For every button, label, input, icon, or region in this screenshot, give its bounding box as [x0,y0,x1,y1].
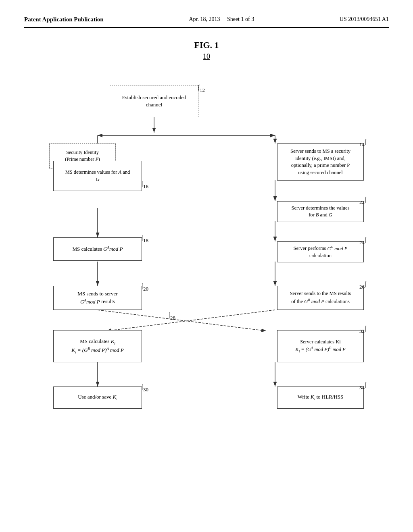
fig-ref-text: 10 [203,52,210,60]
flow-diagram: Establish secured and encodedchannel 12 … [41,73,372,456]
arc-30: ⌠ [141,384,144,390]
header-center: Apr. 18, 2013 Sheet 1 of 3 [189,16,254,23]
node-24-label: Server performs GB mod Pcalculation [294,244,348,259]
arc-14: ⌠ [364,139,367,145]
arc-12: ⌠ [197,84,200,91]
node-26: Server sends to the MS resultsof the GB … [277,286,364,310]
node-32-label: Server calculates KiKi = (GA mod P)B mod… [295,339,345,354]
svg-line-12 [106,310,275,331]
ms-determines-label: MS determines values for A andG [65,169,130,183]
publication-label: Patent Application Publication [24,16,104,23]
node-12: Establish secured and encodedchannel [110,85,198,117]
fig-ref-num: 10 [203,52,210,61]
node-30-label: Use and/or save Ki [78,393,117,401]
arc-24: ⌠ [364,237,367,243]
node-18-label: MS calculates GAmod P [72,245,123,253]
diagram-area: FIG. 1 10 [24,40,389,456]
node-22-label: Server determines the valuesfor B and G [291,205,349,219]
arc-18: ⌠ [141,235,144,241]
arc-28: ⌠ [168,312,171,318]
node-30: Use and/or save Ki [53,387,142,409]
node-34: Write Ki to HLR/HSS [277,387,364,409]
sheet-label: Sheet 1 of 3 [227,16,254,22]
node-24: Server performs GB mod Pcalculation [277,241,364,262]
header-divider [24,27,389,28]
arc-16: ⌠ [141,181,144,187]
node-14-label: Server sends to MS a securityidentity (e… [290,148,350,176]
node-22: Server determines the valuesfor B and G [277,201,364,222]
node-28: MS calculates KiKi = (GB mod P)A mod P [53,330,142,362]
arc-22: ⌠ [364,196,367,203]
header: Patent Application Publication Apr. 18, … [24,16,389,23]
node-28-label: MS calculates KiKi = (GB mod P)A mod P [71,338,123,355]
header-right: US 2013/0094651 A1 [340,16,389,23]
header-left: Patent Application Publication [24,16,104,23]
page: Patent Application Publication Apr. 18, … [0,0,413,532]
arc-26: ⌠ [364,281,367,287]
arc-34: ⌠ [364,382,367,388]
patent-num-label: US 2013/0094651 A1 [340,16,389,22]
fig-title: FIG. 1 [194,40,219,50]
node-34-label: Write Ki to HLR/HSS [298,393,344,401]
svg-line-11 [98,310,266,331]
node-32: Server calculates KiKi = (GA mod P)B mod… [277,330,364,362]
date-label: Apr. 18, 2013 [189,16,220,22]
node-ms-determines: MS determines values for A andG [53,161,142,191]
arc-32: ⌠ [364,325,367,332]
node-14: Server sends to MS a securityidentity (e… [277,143,364,181]
node-20-label: MS sends to serverGAmod P results [77,290,117,305]
node-12-label: Establish secured and encodedchannel [122,94,186,108]
fig-title-text: FIG. 1 [194,40,219,50]
node-20: MS sends to serverGAmod P results [53,286,142,310]
arc-20: ⌠ [141,283,144,289]
node-18: MS calculates GAmod P [53,237,142,261]
node-26-label: Server sends to the MS resultsof the GB … [290,290,351,305]
